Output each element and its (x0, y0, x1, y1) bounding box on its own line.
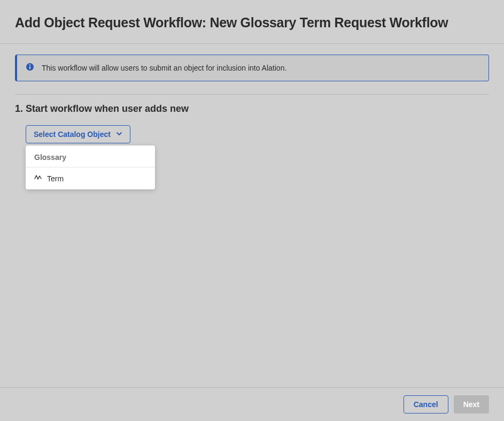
step-heading: 1. Start workflow when user adds new (15, 103, 489, 114)
cancel-button[interactable]: Cancel (404, 395, 448, 414)
main-content: This workflow will allow users to submit… (0, 44, 504, 154)
info-icon (26, 63, 34, 73)
dropdown-item-term[interactable]: Term (26, 167, 155, 189)
catalog-object-select-wrapper: Select Catalog Object Glossary Term (26, 125, 489, 143)
divider (15, 94, 489, 95)
page-header: Add Object Request Workflow: New Glossar… (0, 0, 504, 44)
footer: Cancel Next (0, 387, 504, 421)
svg-rect-2 (29, 66, 30, 70)
term-icon (34, 174, 42, 183)
dropdown-item-term-label: Term (47, 174, 64, 183)
chevron-down-icon (116, 130, 122, 139)
svg-point-1 (29, 64, 30, 65)
page-title: Add Object Request Workflow: New Glossar… (15, 15, 489, 30)
catalog-object-dropdown: Glossary Term (26, 146, 155, 189)
info-banner: This workflow will allow users to submit… (15, 55, 489, 81)
info-banner-text: This workflow will allow users to submit… (42, 64, 286, 72)
dropdown-group-glossary: Glossary (26, 146, 155, 167)
next-button[interactable]: Next (454, 395, 489, 414)
select-catalog-object-button[interactable]: Select Catalog Object (26, 125, 130, 143)
select-catalog-object-label: Select Catalog Object (34, 130, 111, 139)
